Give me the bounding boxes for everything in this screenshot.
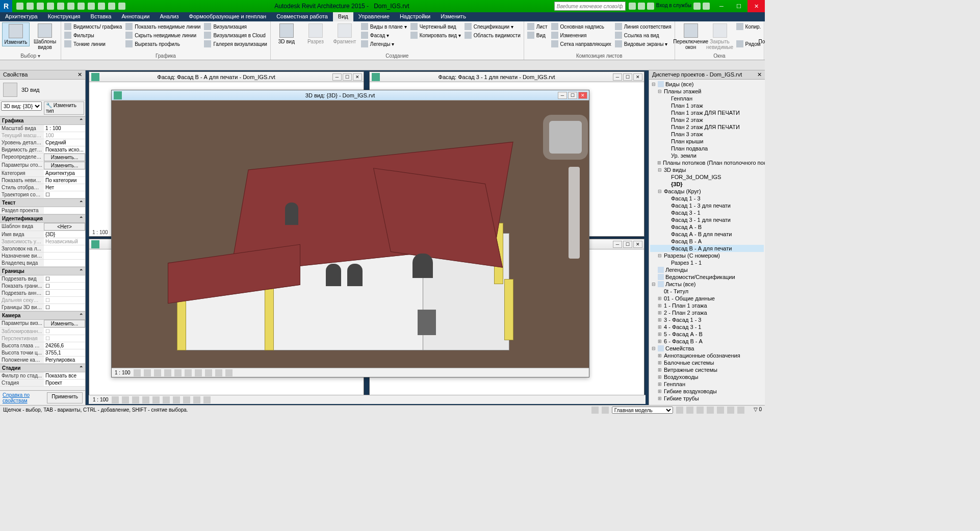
close-button[interactable]: ✕ (578, 92, 587, 99)
property-row[interactable]: Переопределен...Изменить... (0, 154, 85, 162)
ribbon-button[interactable]: Копировать вид ▾ (409, 31, 462, 39)
property-group-header[interactable]: Границы⌃ (0, 267, 85, 275)
tree-node[interactable]: План крыши (650, 138, 764, 145)
tree-node[interactable]: ⊟Семейства (650, 345, 764, 352)
minimize-button[interactable]: ─ (558, 92, 567, 99)
qat-icon[interactable] (118, 3, 125, 10)
expand-icon[interactable]: ⊞ (657, 396, 662, 401)
tree-node[interactable]: Фасад В - А для печати (650, 245, 764, 252)
vc-icon[interactable] (142, 396, 149, 403)
vc-icon[interactable] (193, 396, 200, 403)
property-grid[interactable]: Графика⌃Масштаб вида1 : 100Текущий масшт… (0, 116, 85, 390)
expand-icon[interactable]: ⊟ (657, 167, 662, 172)
tree-node[interactable]: Фасад 1 - 3 (650, 195, 764, 202)
filter-icon[interactable] (737, 407, 744, 414)
property-group-header[interactable]: Камера⌃ (0, 311, 85, 320)
ribbon-button[interactable]: Ссылка на вид (614, 31, 673, 39)
tree-node[interactable]: ⊞5 - Фасад А - В (650, 331, 764, 338)
tree-node[interactable]: Фасад 1 - 3 для печати (650, 202, 764, 209)
editable-icon[interactable] (602, 407, 609, 414)
maximize-button[interactable]: ☐ (623, 73, 632, 81)
properties-help-link[interactable]: Справка по свойствам (3, 392, 47, 403)
tree-node[interactable]: Ур. земли (650, 152, 764, 159)
property-row[interactable]: Границы 3D вида (0, 304, 85, 311)
expand-icon[interactable]: ⊞ (657, 310, 662, 315)
close-icon[interactable]: ✕ (757, 71, 762, 78)
ribbon-button[interactable]: Видовые экраны ▾ (614, 40, 673, 48)
select-pinned-icon[interactable] (707, 407, 714, 414)
ribbon-button[interactable]: Область видимости (463, 31, 522, 39)
minimize-button[interactable]: ─ (332, 73, 342, 81)
workset-selector[interactable]: Главная модель (612, 407, 673, 414)
favorite-icon[interactable] (693, 3, 701, 10)
close-button[interactable]: ✕ (747, 0, 765, 12)
tree-node[interactable]: ⊟Виды (все) (650, 81, 764, 88)
signin-link[interactable]: Вход в службы (656, 3, 691, 10)
property-row[interactable]: Раздел проекта (0, 207, 85, 214)
viewcube[interactable] (549, 121, 582, 154)
tree-node[interactable]: План 3 этаж (650, 131, 764, 138)
ribbon-button[interactable]: Шаблоны видов (31, 22, 59, 51)
select-underlay-icon[interactable] (697, 407, 704, 414)
search-input[interactable] (554, 2, 626, 11)
edit-type-button[interactable]: 🔧 Изменить тип (44, 102, 84, 115)
expand-icon[interactable]: ⊞ (657, 324, 662, 330)
open-icon[interactable] (16, 3, 23, 10)
expand-icon[interactable]: ⊞ (657, 160, 661, 165)
tree-node[interactable]: ⊟Фасады (Круг) (650, 188, 764, 195)
maximize-button[interactable]: ☐ (568, 92, 577, 99)
property-row[interactable]: Подрезать вид (0, 275, 85, 283)
design-options-icon[interactable] (676, 407, 683, 414)
tree-node[interactable]: ⊞Аннотационные обозначения (650, 352, 764, 359)
tree-node[interactable]: ⊞3 - Фасад 1 - 3 (650, 316, 764, 323)
qat-icon[interactable] (88, 3, 95, 10)
property-row[interactable]: Видимость дета...Показать исхо... (0, 146, 85, 154)
tree-node[interactable]: Фасад А - В (650, 223, 764, 231)
property-group-header[interactable]: Текст⌃ (0, 198, 85, 207)
outer-view-control-bar[interactable]: 1 : 100 (89, 395, 646, 404)
tree-node[interactable]: План 1 этаж (650, 102, 764, 109)
expand-icon[interactable]: ⊞ (657, 332, 662, 337)
property-row[interactable]: СтадияПроект (0, 380, 85, 387)
expand-icon[interactable]: ⊞ (657, 353, 662, 358)
tree-node[interactable]: ⊟Планы этажей (650, 88, 764, 95)
tree-node[interactable]: Фасад 3 - 1 для печати (650, 216, 764, 223)
tree-node[interactable]: ⊞Планы потолков (План потолочного покр (650, 159, 764, 166)
tree-node[interactable]: План 1 этаж ДЛЯ ПЕЧАТИ (650, 109, 764, 116)
redo-icon[interactable] (47, 3, 54, 10)
tree-node[interactable]: ⊞1 - План 1 этажа (650, 302, 764, 309)
expand-icon[interactable]: ⊞ (657, 339, 662, 344)
qat-icon[interactable] (108, 3, 115, 10)
expand-icon[interactable]: ⊞ (657, 389, 662, 394)
crop-region-icon[interactable] (195, 369, 202, 376)
maximize-button[interactable]: ☐ (623, 241, 632, 248)
ribbon-button[interactable]: Спецификации ▾ (463, 22, 522, 31)
expand-icon[interactable]: ⊞ (657, 317, 662, 322)
ribbon-button[interactable]: Линия соответствия (614, 22, 673, 31)
drag-icon[interactable] (727, 407, 734, 414)
property-group-header[interactable]: Стадии⌃ (0, 364, 85, 372)
ribbon-tab[interactable]: Формообразующие и генплан (184, 12, 272, 21)
tree-node[interactable]: ⊞Воздуховоды (650, 373, 764, 381)
tree-node[interactable]: Легенды (650, 266, 764, 273)
qat-icon[interactable] (98, 3, 105, 10)
minimize-button[interactable]: ─ (713, 0, 730, 12)
property-row[interactable]: Шаблон вида<Нет> (0, 223, 85, 231)
tree-node[interactable]: ⊟Разрезы (С номером) (650, 252, 764, 259)
ribbon-button[interactable]: Скрыть невидимые линии (124, 31, 201, 39)
browser-tree[interactable]: ⊟Виды (все)⊟Планы этажейГенпланПлан 1 эт… (649, 80, 765, 405)
scale-label[interactable]: 1 : 100 (115, 370, 131, 375)
vc-icon[interactable] (122, 396, 129, 403)
property-row[interactable]: Высота глаза на...24266,6 (0, 342, 85, 349)
crop-icon[interactable] (185, 369, 192, 376)
ribbon-button[interactable]: Переключение окон (677, 22, 705, 51)
ribbon-button[interactable]: Основная надпись (550, 22, 612, 31)
scale-label[interactable]: 1 : 100 (93, 397, 109, 402)
tree-node[interactable]: ⊞2 - План 2 этажа (650, 309, 764, 316)
vc-icon[interactable] (173, 396, 180, 403)
expand-icon[interactable]: ⊞ (657, 367, 662, 372)
sun-path-icon[interactable] (154, 369, 161, 376)
print-icon[interactable] (57, 3, 64, 10)
ribbon-button[interactable]: Изменить (2, 22, 30, 46)
expand-icon[interactable]: ⊟ (657, 89, 662, 94)
